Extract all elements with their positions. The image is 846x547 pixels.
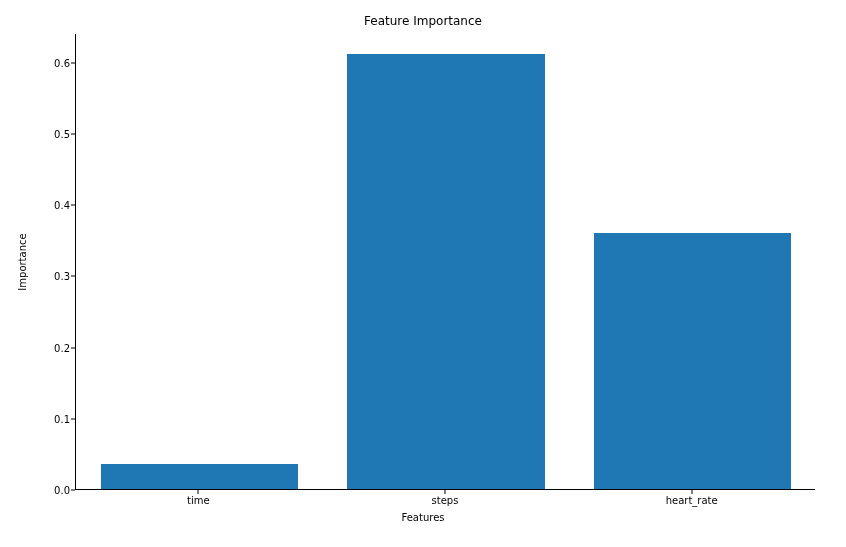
plot-area xyxy=(75,34,815,490)
x-tick-label: heart_rate xyxy=(666,495,718,506)
y-tick-label: 0.0 xyxy=(10,485,70,496)
y-tick-mark xyxy=(71,418,75,419)
y-tick-mark xyxy=(71,347,75,348)
x-tick-mark xyxy=(445,490,446,494)
bar-steps xyxy=(347,54,544,489)
y-tick-label: 0.6 xyxy=(10,57,70,68)
chart-title: Feature Importance xyxy=(0,14,846,28)
x-tick-label: time xyxy=(187,495,210,506)
y-tick-label: 0.4 xyxy=(10,200,70,211)
y-tick-label: 0.2 xyxy=(10,342,70,353)
x-tick-mark xyxy=(198,490,199,494)
bar-heart_rate xyxy=(594,233,791,490)
x-tick-mark xyxy=(691,490,692,494)
bar-time xyxy=(101,464,298,489)
chart-figure: Feature Importance 0.00.10.20.30.40.50.6… xyxy=(0,0,846,547)
x-tick-label: steps xyxy=(432,495,459,506)
y-tick-mark xyxy=(71,490,75,491)
x-axis-label: Features xyxy=(0,512,846,523)
y-tick-mark xyxy=(71,133,75,134)
y-tick-mark xyxy=(71,276,75,277)
y-axis-label: Importance xyxy=(17,233,28,290)
y-tick-label: 0.5 xyxy=(10,128,70,139)
y-tick-label: 0.1 xyxy=(10,413,70,424)
y-tick-mark xyxy=(71,62,75,63)
y-tick-mark xyxy=(71,205,75,206)
